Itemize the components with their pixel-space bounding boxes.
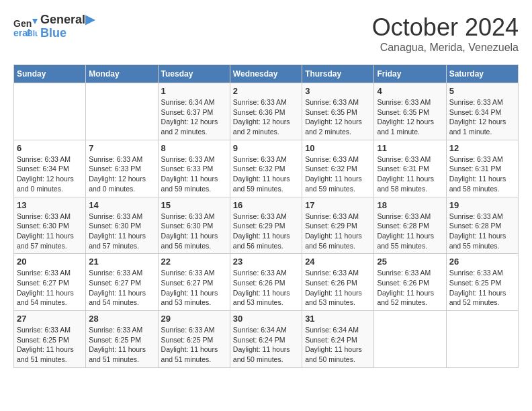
calendar-cell: 19Sunrise: 6:33 AM Sunset: 6:28 PM Dayli…	[446, 197, 518, 254]
day-number: 25	[377, 257, 443, 267]
calendar-cell: 14Sunrise: 6:33 AM Sunset: 6:30 PM Dayli…	[86, 197, 158, 254]
day-info: Sunrise: 6:33 AM Sunset: 6:25 PM Dayligh…	[89, 325, 154, 365]
calendar-cell: 24Sunrise: 6:33 AM Sunset: 6:26 PM Dayli…	[302, 254, 374, 311]
logo-icon: Gen eral Blue	[13, 15, 38, 39]
calendar-cell: 21Sunrise: 6:33 AM Sunset: 6:27 PM Dayli…	[86, 254, 158, 311]
calendar-cell: 11Sunrise: 6:33 AM Sunset: 6:31 PM Dayli…	[374, 140, 446, 197]
calendar-cell: 13Sunrise: 6:33 AM Sunset: 6:30 PM Dayli…	[14, 197, 86, 254]
day-info: Sunrise: 6:33 AM Sunset: 6:25 PM Dayligh…	[17, 325, 83, 365]
day-info: Sunrise: 6:34 AM Sunset: 6:24 PM Dayligh…	[305, 325, 371, 365]
day-info: Sunrise: 6:33 AM Sunset: 6:35 PM Dayligh…	[377, 97, 443, 137]
day-number: 29	[161, 314, 227, 324]
calendar-cell: 23Sunrise: 6:33 AM Sunset: 6:26 PM Dayli…	[230, 254, 302, 311]
day-info: Sunrise: 6:33 AM Sunset: 6:27 PM Dayligh…	[89, 268, 154, 308]
day-info: Sunrise: 6:33 AM Sunset: 6:26 PM Dayligh…	[305, 268, 371, 308]
day-number: 8	[161, 143, 227, 153]
day-number: 26	[449, 257, 515, 267]
calendar-cell: 31Sunrise: 6:34 AM Sunset: 6:24 PM Dayli…	[302, 311, 374, 368]
day-info: Sunrise: 6:33 AM Sunset: 6:26 PM Dayligh…	[233, 268, 299, 308]
calendar-cell: 17Sunrise: 6:33 AM Sunset: 6:29 PM Dayli…	[302, 197, 374, 254]
day-info: Sunrise: 6:33 AM Sunset: 6:30 PM Dayligh…	[89, 212, 154, 251]
calendar-cell: 22Sunrise: 6:33 AM Sunset: 6:27 PM Dayli…	[158, 254, 230, 311]
day-info: Sunrise: 6:33 AM Sunset: 6:25 PM Dayligh…	[161, 325, 227, 365]
day-info: Sunrise: 6:33 AM Sunset: 6:34 PM Dayligh…	[449, 97, 515, 137]
calendar-cell: 27Sunrise: 6:33 AM Sunset: 6:25 PM Dayli…	[14, 311, 86, 368]
logo: Gen eral Blue General▶ Blue	[13, 13, 95, 40]
day-number: 19	[449, 200, 515, 210]
day-info: Sunrise: 6:33 AM Sunset: 6:29 PM Dayligh…	[233, 212, 299, 251]
calendar-cell: 18Sunrise: 6:33 AM Sunset: 6:28 PM Dayli…	[374, 197, 446, 254]
day-number: 9	[233, 143, 299, 153]
calendar-week-1: 1Sunrise: 6:34 AM Sunset: 6:37 PM Daylig…	[14, 83, 519, 140]
calendar-cell: 6Sunrise: 6:33 AM Sunset: 6:34 PM Daylig…	[14, 140, 86, 197]
day-info: Sunrise: 6:33 AM Sunset: 6:33 PM Dayligh…	[161, 154, 227, 194]
calendar-cell: 8Sunrise: 6:33 AM Sunset: 6:33 PM Daylig…	[158, 140, 230, 197]
day-number: 10	[305, 143, 371, 153]
calendar-cell: 30Sunrise: 6:34 AM Sunset: 6:24 PM Dayli…	[230, 311, 302, 368]
day-number: 28	[89, 314, 154, 324]
day-info: Sunrise: 6:33 AM Sunset: 6:31 PM Dayligh…	[449, 154, 515, 194]
location-subtitle: Canagua, Merida, Venezuela	[372, 42, 519, 54]
calendar-cell: 3Sunrise: 6:33 AM Sunset: 6:35 PM Daylig…	[302, 83, 374, 140]
calendar-cell	[374, 311, 446, 368]
title-block: October 2024 Canagua, Merida, Venezuela	[372, 13, 519, 54]
calendar-header-tuesday: Tuesday	[158, 65, 230, 83]
calendar-cell: 12Sunrise: 6:33 AM Sunset: 6:31 PM Dayli…	[446, 140, 518, 197]
calendar-cell: 28Sunrise: 6:33 AM Sunset: 6:25 PM Dayli…	[86, 311, 158, 368]
day-number: 14	[89, 200, 154, 210]
day-info: Sunrise: 6:33 AM Sunset: 6:31 PM Dayligh…	[377, 154, 443, 194]
day-number: 17	[305, 200, 371, 210]
calendar-week-2: 6Sunrise: 6:33 AM Sunset: 6:34 PM Daylig…	[14, 140, 519, 197]
day-info: Sunrise: 6:33 AM Sunset: 6:30 PM Dayligh…	[17, 212, 83, 251]
day-number: 5	[449, 86, 515, 96]
day-number: 1	[161, 86, 227, 96]
calendar-cell: 25Sunrise: 6:33 AM Sunset: 6:26 PM Dayli…	[374, 254, 446, 311]
day-info: Sunrise: 6:33 AM Sunset: 6:30 PM Dayligh…	[161, 212, 227, 251]
month-title: October 2024	[372, 13, 519, 42]
day-info: Sunrise: 6:33 AM Sunset: 6:27 PM Dayligh…	[17, 268, 83, 308]
day-number: 13	[17, 200, 83, 210]
calendar-week-4: 20Sunrise: 6:33 AM Sunset: 6:27 PM Dayli…	[14, 254, 519, 311]
day-info: Sunrise: 6:33 AM Sunset: 6:33 PM Dayligh…	[89, 154, 154, 194]
calendar-cell	[446, 311, 518, 368]
calendar-cell: 26Sunrise: 6:33 AM Sunset: 6:25 PM Dayli…	[446, 254, 518, 311]
calendar-header-wednesday: Wednesday	[230, 65, 302, 83]
day-number: 30	[233, 314, 299, 324]
svg-marker-2	[32, 19, 38, 24]
calendar-header-thursday: Thursday	[302, 65, 374, 83]
day-info: Sunrise: 6:34 AM Sunset: 6:37 PM Dayligh…	[161, 97, 227, 137]
day-info: Sunrise: 6:33 AM Sunset: 6:36 PM Dayligh…	[233, 97, 299, 137]
calendar-cell	[86, 83, 158, 140]
calendar-cell: 4Sunrise: 6:33 AM Sunset: 6:35 PM Daylig…	[374, 83, 446, 140]
calendar-cell: 16Sunrise: 6:33 AM Sunset: 6:29 PM Dayli…	[230, 197, 302, 254]
day-info: Sunrise: 6:33 AM Sunset: 6:32 PM Dayligh…	[233, 154, 299, 194]
day-info: Sunrise: 6:33 AM Sunset: 6:25 PM Dayligh…	[449, 268, 515, 308]
calendar-header-sunday: Sunday	[14, 65, 86, 83]
day-number: 23	[233, 257, 299, 267]
day-number: 2	[233, 86, 299, 96]
day-number: 12	[449, 143, 515, 153]
calendar-week-3: 13Sunrise: 6:33 AM Sunset: 6:30 PM Dayli…	[14, 197, 519, 254]
day-number: 4	[377, 86, 443, 96]
calendar-cell: 10Sunrise: 6:33 AM Sunset: 6:32 PM Dayli…	[302, 140, 374, 197]
svg-text:Blue: Blue	[27, 29, 38, 38]
day-info: Sunrise: 6:33 AM Sunset: 6:35 PM Dayligh…	[305, 97, 371, 137]
day-info: Sunrise: 6:34 AM Sunset: 6:24 PM Dayligh…	[233, 325, 299, 365]
calendar-header-row: SundayMondayTuesdayWednesdayThursdayFrid…	[14, 65, 519, 83]
day-info: Sunrise: 6:33 AM Sunset: 6:34 PM Dayligh…	[17, 154, 83, 194]
day-info: Sunrise: 6:33 AM Sunset: 6:28 PM Dayligh…	[377, 212, 443, 251]
calendar-cell	[14, 83, 86, 140]
day-number: 31	[305, 314, 371, 324]
day-number: 6	[17, 143, 83, 153]
calendar-week-5: 27Sunrise: 6:33 AM Sunset: 6:25 PM Dayli…	[14, 311, 519, 368]
day-number: 18	[377, 200, 443, 210]
day-number: 22	[161, 257, 227, 267]
day-number: 15	[161, 200, 227, 210]
calendar-header-friday: Friday	[374, 65, 446, 83]
day-number: 27	[17, 314, 83, 324]
calendar-cell: 15Sunrise: 6:33 AM Sunset: 6:30 PM Dayli…	[158, 197, 230, 254]
day-number: 11	[377, 143, 443, 153]
day-number: 3	[305, 86, 371, 96]
calendar-cell: 5Sunrise: 6:33 AM Sunset: 6:34 PM Daylig…	[446, 83, 518, 140]
calendar-cell: 1Sunrise: 6:34 AM Sunset: 6:37 PM Daylig…	[158, 83, 230, 140]
